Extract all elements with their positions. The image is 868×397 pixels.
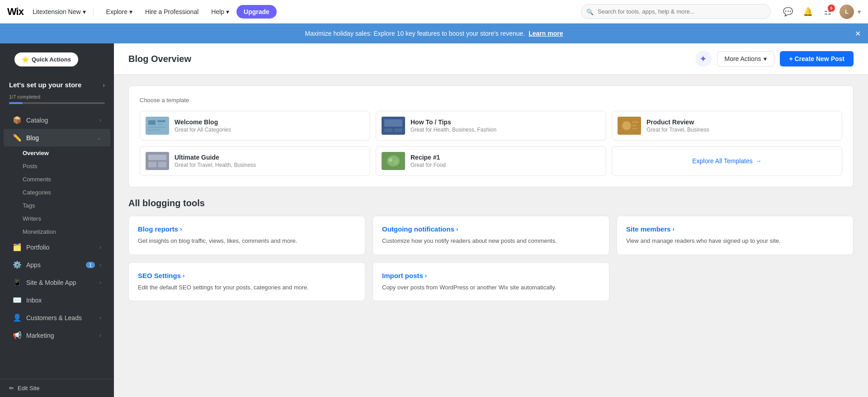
avatar[interactable]: L [840, 5, 854, 19]
welcome-blog-thumbnail [146, 117, 169, 135]
template-product-review[interactable]: Product Review Great for Travel, Busines… [612, 111, 842, 141]
sidebar-item-site-mobile-label: Site & Mobile App [26, 279, 95, 286]
create-post-label: + Create New Post [789, 55, 844, 62]
nav-explore[interactable]: Explore ▾ [101, 5, 138, 18]
avatar-initial: L [845, 8, 849, 15]
avatar-chevron[interactable]: ▾ [858, 8, 861, 15]
nav-explore-label: Explore [106, 8, 127, 15]
sidebar-sub-comments[interactable]: Comments [23, 173, 114, 186]
sidebar-item-inbox-label: Inbox [26, 297, 101, 304]
promo-banner: Maximize holiday sales: Explore 10 key f… [0, 24, 868, 43]
svg-rect-3 [157, 123, 163, 125]
apps-count-badge: 1 [86, 262, 95, 268]
sidebar-item-marketing[interactable]: 📢 Marketing › [4, 326, 110, 344]
sidebar: ⭐ Quick Actions Let's set up your store … [0, 43, 114, 397]
welcome-blog-info: Welcome Blog Great for All Categories [175, 118, 231, 133]
nav-help[interactable]: Help ▾ [206, 5, 235, 18]
svg-rect-7 [384, 119, 402, 127]
search-container: 🔍 [581, 4, 771, 19]
sidebar-sub-posts[interactable]: Posts [23, 160, 114, 173]
blogging-tools-section: All blogging tools Blog reports › Get in… [128, 198, 854, 301]
howto-desc: Great for Health, Business, Fashion [410, 127, 496, 133]
svg-rect-13 [632, 125, 637, 126]
quick-actions-button[interactable]: ⭐ Quick Actions [14, 52, 78, 66]
customers-chevron-icon: › [99, 315, 101, 321]
template-section-title: Choose a template [140, 97, 842, 104]
customers-icon: 👤 [13, 313, 22, 322]
seo-settings-arrow-icon: › [183, 272, 184, 279]
blog-reports-label: Blog reports [138, 225, 178, 233]
sidebar-sub-tags[interactable]: Tags [23, 199, 114, 212]
store-setup-header: Let's set up your store › [0, 74, 114, 92]
outgoing-notifications-title: Outgoing notifications › [382, 225, 600, 233]
svg-rect-14 [632, 128, 637, 129]
banner-close-button[interactable]: ✕ [855, 29, 861, 38]
sidebar-item-marketing-label: Marketing [26, 332, 95, 339]
template-recipe[interactable]: Recipe #1 Great for Food [376, 146, 606, 176]
seo-settings-label: SEO Settings [138, 272, 181, 279]
blog-reports-title: Blog reports › [138, 225, 356, 233]
tool-site-members[interactable]: Site members › View and manage readers w… [617, 216, 854, 255]
sidebar-sub-monetization[interactable]: Monetization [23, 225, 114, 238]
sidebar-item-inbox[interactable]: ✉️ Inbox [4, 291, 110, 309]
template-howto[interactable]: How To / Tips Great for Health, Business… [376, 111, 606, 141]
sidebar-item-blog-label: Blog [26, 134, 92, 142]
sidebar-item-customers[interactable]: 👤 Customers & Leads › [4, 309, 110, 326]
tool-seo-settings[interactable]: SEO Settings › Edit the default SEO sett… [128, 262, 365, 302]
sidebar-item-catalog-label: Catalog [26, 117, 95, 124]
explore-all-arrow-icon: → [755, 157, 762, 165]
sidebar-sub-categories[interactable]: Categories [23, 186, 114, 199]
sidebar-item-blog[interactable]: ✏️ Blog ⌄ [4, 129, 110, 147]
sidebar-sub-overview[interactable]: Overview [23, 147, 114, 160]
notifications-button[interactable]: 🔔 [800, 4, 816, 20]
blog-reports-arrow-icon: › [180, 226, 182, 232]
template-section: Choose a template Welcome Blog Great for… [128, 85, 854, 187]
import-posts-title: Import posts › [382, 272, 600, 279]
tool-outgoing-notifications[interactable]: Outgoing notifications › Customize how y… [373, 216, 609, 255]
tool-import-posts[interactable]: Import posts › Copy over posts from Word… [373, 262, 609, 302]
more-actions-button[interactable]: More Actions ▾ [717, 51, 775, 66]
explore-all-templates[interactable]: Explore All Templates → [612, 146, 842, 176]
product-review-thumbnail [618, 117, 641, 135]
site-name-selector[interactable]: Litextension New ▾ [33, 8, 94, 15]
recipe-name: Recipe #1 [410, 154, 446, 161]
sidebar-item-catalog[interactable]: 📦 Catalog › [4, 111, 110, 129]
edit-site-button[interactable]: ✏ Edit Site [9, 385, 105, 392]
sidebar-item-customers-label: Customers & Leads [26, 314, 95, 321]
ai-button[interactable]: ✦ [695, 51, 712, 67]
template-welcome-blog[interactable]: Welcome Blog Great for All Categories [140, 111, 370, 141]
svg-rect-0 [146, 117, 169, 135]
import-posts-desc: Copy over posts from WordPress or anothe… [382, 283, 600, 292]
ultimate-guide-name: Ultimate Guide [175, 154, 256, 161]
page-header: Blog Overview ✦ More Actions ▾ + Create … [114, 43, 868, 75]
tools-grid: Blog reports › Get insights on blog traf… [128, 216, 854, 301]
create-new-post-button[interactable]: + Create New Post [780, 51, 854, 66]
tool-blog-reports[interactable]: Blog reports › Get insights on blog traf… [128, 216, 365, 255]
apps-button[interactable]: ⚏ 5 [820, 4, 836, 20]
sidebar-item-portfolio[interactable]: 🗂️ Portfolio › [4, 238, 110, 256]
banner-learn-more-link[interactable]: Learn more [528, 30, 563, 37]
sidebar-item-apps[interactable]: ⚙️ Apps 1 › [4, 256, 110, 274]
ultimate-guide-info: Ultimate Guide Great for Travel, Health,… [175, 154, 256, 168]
sidebar-footer: ✏ Edit Site [0, 379, 114, 397]
site-members-title: Site members › [626, 225, 844, 233]
nav-hire[interactable]: Hire a Professional [140, 5, 204, 18]
sidebar-sub-writers[interactable]: Writers [23, 212, 114, 225]
progress-container: 1/7 completed [0, 92, 114, 109]
site-mobile-icon: 📱 [13, 278, 22, 287]
nav-explore-chevron: ▾ [129, 8, 132, 15]
sidebar-item-site-mobile[interactable]: 📱 Site & Mobile App › [4, 274, 110, 291]
blog-icon: ✏️ [13, 133, 22, 142]
template-ultimate-guide[interactable]: Ultimate Guide Great for Travel, Health,… [140, 146, 370, 176]
messages-button[interactable]: 💬 [780, 4, 796, 20]
search-input[interactable] [581, 4, 771, 19]
messages-icon: 💬 [783, 7, 793, 17]
outgoing-notifications-label: Outgoing notifications [382, 225, 454, 233]
main-layout: ⭐ Quick Actions Let's set up your store … [0, 43, 868, 397]
portfolio-chevron-icon: › [99, 244, 101, 250]
quick-actions-label: Quick Actions [32, 56, 71, 63]
blog-sub-menu: Overview Posts Comments Categories Tags … [0, 147, 114, 238]
store-setup-chevron[interactable]: › [103, 81, 105, 89]
upgrade-button[interactable]: Upgrade [236, 5, 277, 19]
scrollable-content: Choose a template Welcome Blog Great for… [114, 75, 868, 397]
